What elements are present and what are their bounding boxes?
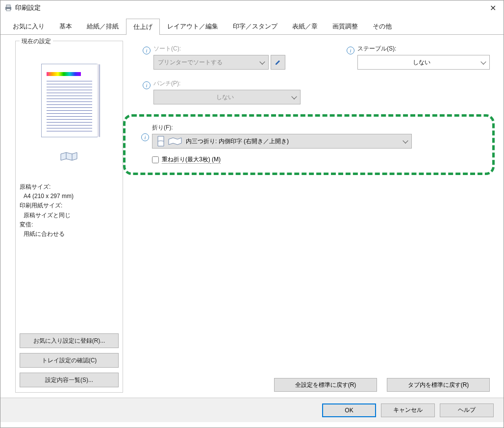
fold-label: 折り(F): [152,124,480,132]
chevron-down-icon [403,138,408,143]
info-icon[interactable]: i [143,81,151,89]
tab-paper[interactable]: 給紙／排紙 [79,18,126,34]
close-icon[interactable]: ✕ [486,3,500,13]
info-icon[interactable]: i [143,47,151,54]
fold-highlight-box: i 折り(F): 内三つ折り: 内側印字 (右開き／上開き) [123,114,495,175]
svg-rect-1 [6,5,10,7]
tab-finish[interactable]: 仕上げ [126,19,160,35]
dialog-footer: OK キャンセル ヘルプ [0,398,504,422]
preview-doc-icon [41,64,98,137]
chevron-down-icon [259,59,265,64]
punch-label: パンチ(P): [153,79,301,88]
help-button[interactable]: ヘルプ [440,403,494,417]
chevron-down-icon [291,94,297,99]
overlap-fold-checkbox-row[interactable]: 重ね折り(最大3枚) (M) [152,155,480,164]
tab-cover[interactable]: 表紙／章 [285,18,325,34]
register-favorite-button[interactable]: お気に入り設定に登録(R)... [20,333,119,348]
tab-other[interactable]: その他 [365,18,399,34]
reset-tab-button[interactable]: タブ内を標準に戻す(R) [387,378,490,392]
current-settings-group: 現在の設定 原稿サイズ: A4 (210 x 297 mm) 印刷用紙サイズ: … [15,41,123,393]
preview-fold-icon [60,152,78,161]
preview-area [20,46,119,178]
printer-icon [4,4,12,12]
overlap-fold-label[interactable]: 重ね折り(最大3枚) (M) [162,155,221,164]
tab-basic[interactable]: 基本 [52,18,79,34]
sort-label: ソート(C): [153,45,285,53]
tab-quality[interactable]: 画質調整 [325,18,365,34]
svg-rect-2 [6,9,10,11]
tab-layout[interactable]: レイアウト／編集 [160,18,226,34]
reset-all-button[interactable]: 全設定を標準に戻す(R) [274,378,377,392]
punch-select[interactable]: しない [153,90,301,104]
group-legend: 現在の設定 [20,37,53,46]
tray-confirm-button[interactable]: トレイ設定の確認(C) [20,353,119,368]
sort-edit-button[interactable] [271,55,285,70]
chevron-down-icon [480,59,486,64]
staple-select[interactable]: しない [357,55,490,70]
tab-favorites[interactable]: お気に入り [5,18,52,34]
ok-button[interactable]: OK [322,403,376,417]
staple-label: ステープル(S): [357,45,490,53]
cancel-button[interactable]: キャンセル [381,403,435,417]
info-icon[interactable]: i [141,133,149,141]
info-icon[interactable]: i [347,47,354,54]
settings-info: 原稿サイズ: A4 (210 x 297 mm) 印刷用紙サイズ: 原稿サイズと… [20,182,119,239]
fold-select[interactable]: 内三つ折り: 内側印字 (右開き／上開き) [152,134,412,149]
settings-list-button[interactable]: 設定内容一覧(S)... [20,373,119,387]
titlebar: 印刷設定 ✕ [0,0,504,15]
overlap-fold-checkbox[interactable] [152,156,159,163]
window-title: 印刷設定 [15,3,486,12]
sort-select[interactable]: プリンターでソートする [153,55,269,70]
tab-stamp[interactable]: 印字／スタンプ [226,18,285,34]
fold-type-icons [156,136,182,147]
tab-bar: お気に入り 基本 給紙／排紙 仕上げ レイアウト／編集 印字／スタンプ 表紙／章… [0,15,504,35]
